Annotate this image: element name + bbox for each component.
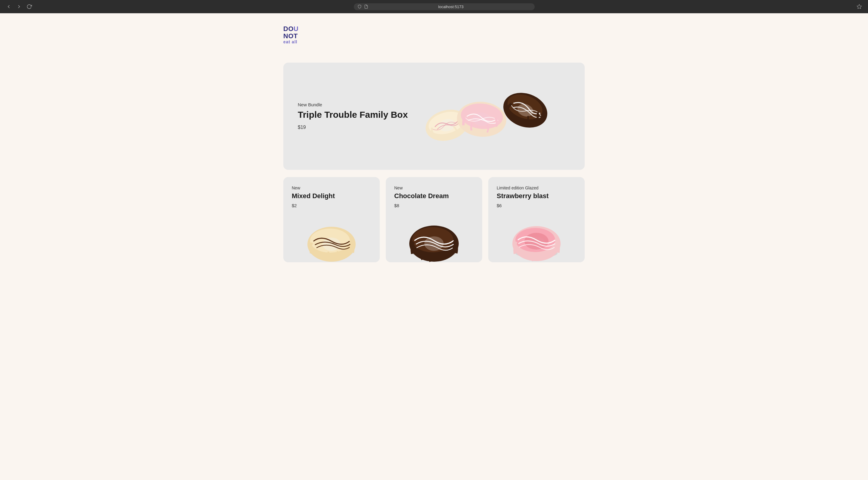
- browser-actions: [855, 3, 863, 10]
- bookmark-button[interactable]: [855, 3, 863, 10]
- product-1-price: $8: [394, 203, 474, 208]
- hero-image: [408, 77, 570, 156]
- product-2-badge: Limited edition Glazed: [497, 185, 576, 190]
- product-1-badge: New: [394, 185, 474, 190]
- logo-line3: eat all: [283, 40, 585, 44]
- hero-content: New Bundle Triple Trouble Family Box $19: [298, 102, 408, 130]
- hero-card: New Bundle Triple Trouble Family Box $19: [283, 63, 585, 170]
- browser-nav-buttons: [5, 3, 33, 10]
- address-bar[interactable]: localhost:5173: [354, 3, 535, 10]
- product-0-price: $2: [292, 203, 371, 208]
- url-text: localhost:5173: [371, 4, 531, 9]
- back-button[interactable]: [5, 3, 13, 10]
- product-card-2: Limited edition Glazed Strawberry blast …: [488, 177, 585, 262]
- product-0-badge: New: [292, 185, 371, 190]
- product-2-price: $6: [497, 203, 576, 208]
- product-2-image: [497, 214, 576, 262]
- forward-button[interactable]: [15, 3, 23, 10]
- browser-chrome: localhost:5173: [0, 0, 868, 13]
- hero-badge: New Bundle: [298, 102, 408, 107]
- svg-marker-0: [857, 4, 862, 9]
- logo-line1: DOU: [283, 25, 585, 33]
- product-2-title: Strawberry blast: [497, 192, 576, 200]
- star-icon: [857, 4, 862, 9]
- hero-donuts-svg: [429, 80, 550, 152]
- mixed-delight-donut: [301, 208, 362, 262]
- logo-line2: NOT: [283, 33, 585, 40]
- page-icon: [364, 4, 368, 9]
- product-1-title: Chocolate Dream: [394, 192, 474, 200]
- product-0-image: [292, 214, 371, 262]
- chocolate-dream-donut: [404, 208, 464, 262]
- product-card-0: New Mixed Delight $2: [283, 177, 380, 262]
- product-card-1: New Chocolate Dream $8: [386, 177, 482, 262]
- shield-icon: [358, 4, 362, 9]
- refresh-button[interactable]: [25, 3, 33, 10]
- back-icon: [6, 4, 11, 9]
- product-grid: New Mixed Delight $2: [283, 177, 585, 262]
- refresh-icon: [27, 4, 32, 9]
- hero-price: $19: [298, 125, 408, 130]
- logo: DOU NOT eat all: [283, 25, 585, 44]
- product-1-image: [394, 214, 474, 262]
- product-0-title: Mixed Delight: [292, 192, 371, 200]
- page-content: DOU NOT eat all New Bundle Triple Troubl…: [277, 13, 591, 274]
- hero-title: Triple Trouble Family Box: [298, 110, 408, 120]
- forward-icon: [16, 4, 22, 9]
- strawberry-blast-donut: [506, 208, 567, 262]
- logo-text: DOU NOT eat all: [283, 25, 585, 44]
